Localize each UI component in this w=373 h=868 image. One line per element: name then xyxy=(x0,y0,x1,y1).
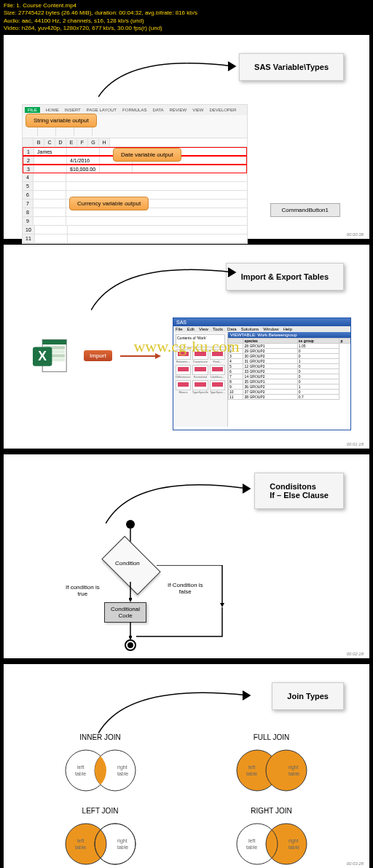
file-info-line4: Video: h264, yuv420p, 1280x720, 677 kb/s… xyxy=(4,25,369,32)
excel-icon: X xyxy=(33,336,73,376)
flowchart-condition-label: Condition xyxy=(115,560,140,567)
flowchart-false-label: If Condition is false xyxy=(168,582,203,595)
flowchart-end-icon xyxy=(125,639,136,651)
sas-menu: FileEditViewToolsDataSolutionsWindowHelp xyxy=(173,326,350,332)
panel-title: Import & Export Tables xyxy=(226,263,344,291)
panel-title: SAS Variable\Types xyxy=(239,53,344,81)
file-info-line1: File: 1. Course Content.mp4 xyxy=(4,2,369,9)
venn-inner-join: INNER JOIN lefttable righttable xyxy=(25,733,175,796)
callout-string: String variable output xyxy=(25,114,97,127)
svg-text:table: table xyxy=(117,845,128,850)
venn-diagram-grid: INNER JOIN lefttable righttable FULL JOI… xyxy=(25,733,346,868)
svg-text:right: right xyxy=(117,765,127,770)
file-info-line3: Audio: aac, 44100 Hz, 2 channels, s16, 1… xyxy=(4,17,369,25)
excel-tab: DATA xyxy=(152,108,163,112)
cell-name: James xyxy=(34,148,67,155)
watermark: www.cg-ku.com xyxy=(133,337,239,356)
timestamp: 00:00:38 xyxy=(347,232,364,237)
sas-viewtable-title: VIEWTABLE: Work.Betweengroup xyxy=(228,332,350,338)
svg-text:table: table xyxy=(288,771,299,776)
timestamp: 00:01:18 xyxy=(347,442,364,446)
sas-data-table: speciesss groupp 128 GROUP11.05 229 GROU… xyxy=(228,338,350,427)
panel-conditions: Condisitons If – Else Clause Condition I… xyxy=(4,454,369,658)
panel-title: Join Types xyxy=(272,682,344,710)
sas-thumbnails: Between... Covariance Final... Differenc… xyxy=(176,350,225,394)
timestamp: 00:02:18 xyxy=(347,652,364,656)
cell-currency: $10,000.00 xyxy=(67,165,100,173)
command-button: CommandButton1 xyxy=(270,203,340,217)
svg-text:table: table xyxy=(75,771,86,776)
excel-tab: FORMULAS xyxy=(122,108,146,112)
excel-tab: PAGE LAYOUT xyxy=(87,108,117,112)
venn-left-join: LEFT JOIN lefttable righttable xyxy=(25,807,175,868)
svg-point-20 xyxy=(266,750,307,791)
panel-join-types: Join Types INNER JOIN lefttable righttab… xyxy=(4,664,369,868)
callout-date: Date variable output xyxy=(113,148,181,162)
svg-text:left: left xyxy=(77,765,84,770)
excel-tab: INSERT xyxy=(65,108,81,112)
svg-text:X: X xyxy=(38,349,47,363)
svg-text:right: right xyxy=(288,838,299,844)
svg-text:left: left xyxy=(248,765,255,770)
panel-import-export: Import & Export Tables X Import SAS File… xyxy=(4,245,369,449)
excel-tab: DEVELOPER xyxy=(210,108,237,112)
sas-title-bar: SAS xyxy=(173,318,350,326)
svg-rect-1 xyxy=(42,339,66,344)
excel-tab: REVIEW xyxy=(170,108,187,112)
svg-text:table: table xyxy=(246,845,257,850)
venn-full-join: FULL JOIN lefttable righttable xyxy=(197,733,346,796)
timestamp: 00:03:28 xyxy=(347,861,364,866)
svg-text:table: table xyxy=(288,845,299,850)
venn-right-join: RIGHT JOIN lefttable righttable xyxy=(197,807,346,868)
callout-currency: Currency variable output xyxy=(69,197,149,210)
svg-text:table: table xyxy=(75,845,86,850)
import-button: Import xyxy=(84,350,112,361)
cell-date: 4/1/2016 xyxy=(67,157,100,164)
excel-tab-file: FILE xyxy=(25,107,40,113)
flowchart-true-label: If condition is true xyxy=(66,584,100,597)
excel-tab: HOME xyxy=(46,108,59,112)
svg-text:right: right xyxy=(117,838,127,844)
svg-text:left: left xyxy=(77,838,84,843)
panel-title: Condisitons If – Else Clause xyxy=(254,473,344,509)
sas-window: SAS FileEditViewToolsDataSolutionsWindow… xyxy=(173,317,351,430)
svg-text:table: table xyxy=(117,771,128,776)
svg-text:right: right xyxy=(288,765,299,770)
svg-text:left: left xyxy=(248,838,255,843)
excel-tab: VIEW xyxy=(192,108,203,112)
svg-text:table: table xyxy=(246,771,257,776)
flowchart-start-icon xyxy=(126,520,135,529)
file-info-line2: Size: 27745422 bytes (26.46 MiB), durati… xyxy=(4,9,369,17)
panel-sas-variable-types: SAS Variable\Types FILE HOME INSERT PAGE… xyxy=(4,35,369,239)
flowchart: Condition If condition is true If Condit… xyxy=(40,520,259,651)
